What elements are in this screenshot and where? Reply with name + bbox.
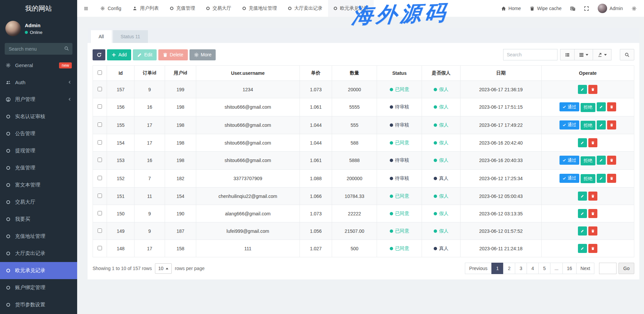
page-button-1[interactable]: 1	[491, 263, 503, 274]
topnav-tab-充值地址管理[interactable]: 充值地址管理	[237, 0, 282, 17]
sidebar-item-充值地址管理[interactable]: 充值地址管理	[0, 228, 77, 245]
cell-date: 2023-06-16 20:40:33	[460, 152, 541, 170]
topnav-tab-用户列表[interactable]: 用户列表	[127, 0, 164, 17]
row-edit-button[interactable]	[578, 192, 587, 201]
row-checkbox[interactable]	[98, 122, 102, 127]
sidebar-item-提现管理[interactable]: 提现管理	[0, 142, 77, 159]
previous-page-button[interactable]: Previous	[465, 263, 492, 274]
row-delete-button[interactable]	[588, 209, 597, 218]
row-delete-button[interactable]	[588, 226, 597, 235]
next-page-button[interactable]: Next	[576, 263, 595, 274]
row-edit-button[interactable]	[578, 85, 587, 94]
sidebar-item-General[interactable]: Generalnew	[0, 57, 77, 74]
page-ellipsis[interactable]: ...	[550, 263, 563, 274]
export-dropdown-button[interactable]	[593, 49, 611, 60]
home-link[interactable]: Home	[501, 6, 521, 11]
row-edit-button[interactable]	[597, 102, 606, 111]
row-delete-button[interactable]	[588, 138, 597, 147]
topnav-tab-Config[interactable]: Config	[95, 0, 127, 17]
sidebar-item-交易大厅[interactable]: 交易大厅	[0, 194, 77, 211]
reject-button[interactable]: 拒绝	[581, 103, 595, 112]
approve-button[interactable]: 通过	[559, 174, 579, 183]
sidebar-item-欧元承兑记录[interactable]: 欧元承兑记录	[0, 262, 77, 279]
row-delete-button[interactable]	[588, 85, 597, 94]
topnav-tab-大厅卖出记录[interactable]: 大厅卖出记录	[282, 0, 328, 17]
page-size-dropdown[interactable]: 10	[155, 263, 172, 274]
reject-button[interactable]: 拒绝	[581, 174, 595, 183]
row-checkbox[interactable]	[98, 176, 102, 180]
row-delete-button[interactable]	[607, 102, 616, 111]
row-checkbox[interactable]	[98, 246, 102, 250]
detail-view-button[interactable]	[560, 49, 575, 60]
wipe-cache-link[interactable]: Wipe cache	[530, 6, 561, 11]
row-delete-button[interactable]	[588, 192, 597, 201]
row-checkbox[interactable]	[98, 140, 102, 145]
row-edit-button[interactable]	[578, 138, 587, 147]
topnav-tab-充值管理[interactable]: 充值管理	[164, 0, 201, 17]
reject-button[interactable]: 拒绝	[581, 156, 595, 165]
row-edit-button[interactable]	[597, 120, 606, 129]
more-button[interactable]: More	[190, 49, 216, 60]
refresh-button[interactable]	[93, 49, 105, 60]
sidebar-item-公告管理[interactable]: 公告管理	[0, 125, 77, 142]
language-button[interactable]	[570, 6, 575, 11]
page-button-16[interactable]: 16	[562, 263, 577, 274]
row-checkbox[interactable]	[98, 228, 102, 233]
select-all-checkbox[interactable]	[98, 70, 102, 75]
sidebar-item-充值管理[interactable]: 充值管理	[0, 159, 77, 176]
row-edit-button[interactable]	[597, 156, 606, 165]
settings-button[interactable]	[632, 6, 637, 11]
sidebar-item-我要买[interactable]: 我要买	[0, 211, 77, 228]
sidebar-item-货币参数设置[interactable]: 货币参数设置	[0, 296, 77, 313]
goto-page-input[interactable]	[599, 263, 616, 274]
sidebar-item-Auth[interactable]: Auth	[0, 74, 77, 91]
topnav-tab-欧元承兑记录[interactable]: 欧元承兑记录	[328, 0, 374, 17]
status-dot-icon	[434, 247, 437, 250]
row-edit-button[interactable]	[597, 174, 606, 183]
row-edit-button[interactable]	[578, 209, 587, 218]
fullscreen-button[interactable]	[584, 6, 589, 11]
cell-fake: 假人	[422, 222, 461, 240]
admin-menu[interactable]: Admin	[598, 4, 623, 13]
approve-button[interactable]: 通过	[559, 120, 579, 129]
sidebar-search-input[interactable]	[5, 43, 72, 55]
sidebar-item-用户管理[interactable]: 用户管理	[0, 91, 77, 108]
topnav-tab-交易大厅[interactable]: 交易大厅	[201, 0, 237, 17]
edit-button[interactable]: Edit	[133, 49, 157, 60]
row-delete-button[interactable]	[588, 244, 597, 253]
page-button-5[interactable]: 5	[538, 263, 550, 274]
table-row: 152 7 182 33773707909 1.088 200000 待审核 真…	[93, 169, 634, 188]
delete-button[interactable]: Delete	[158, 49, 187, 60]
row-delete-button[interactable]	[607, 120, 616, 129]
row-delete-button[interactable]	[607, 156, 616, 165]
sidebar-item-大厅卖出记录[interactable]: 大厅卖出记录	[0, 245, 77, 262]
row-checkbox[interactable]	[98, 194, 102, 198]
sidebar-item-实名认证审核[interactable]: 实名认证审核	[0, 108, 77, 125]
row-checkbox[interactable]	[98, 104, 102, 109]
go-button[interactable]: Go	[619, 263, 634, 274]
table-search-input[interactable]	[503, 49, 557, 60]
user-avatar[interactable]	[5, 21, 21, 36]
tab-All[interactable]: All	[91, 30, 112, 43]
cell-price: 1.066	[300, 188, 332, 205]
row-edit-button[interactable]	[578, 244, 587, 253]
approve-button[interactable]: 通过	[559, 156, 579, 165]
tab-Status 11[interactable]: Status 11	[113, 30, 148, 43]
sidebar-item-富文本管理[interactable]: 富文本管理	[0, 176, 77, 194]
row-checkbox[interactable]	[98, 211, 102, 215]
row-checkbox[interactable]	[98, 87, 102, 91]
approve-button[interactable]: 通过	[559, 102, 579, 111]
row-delete-button[interactable]	[607, 174, 616, 183]
columns-dropdown-button[interactable]	[574, 49, 593, 60]
menu-toggle-icon[interactable]	[77, 0, 95, 17]
page-button-2[interactable]: 2	[503, 263, 515, 274]
search-toggle-button[interactable]	[620, 49, 634, 60]
row-edit-button[interactable]	[578, 226, 587, 235]
page-button-3[interactable]: 3	[515, 263, 527, 274]
reject-button[interactable]: 拒绝	[581, 121, 595, 130]
page-button-4[interactable]: 4	[527, 263, 539, 274]
sidebar-item-账户绑定管理[interactable]: 账户绑定管理	[0, 279, 77, 296]
add-button[interactable]: Add	[107, 49, 131, 60]
row-checkbox[interactable]	[98, 158, 102, 162]
search-icon[interactable]	[64, 46, 69, 51]
